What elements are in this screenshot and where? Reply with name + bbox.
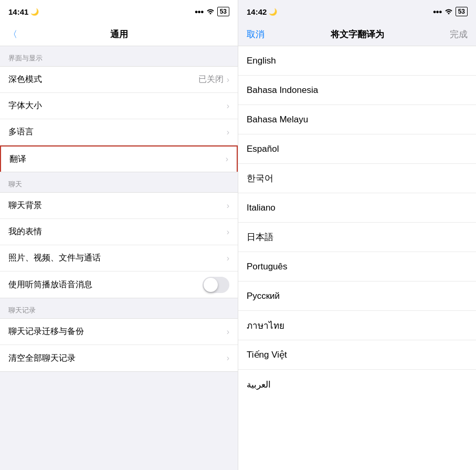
- right-signal-icon: ●●●: [433, 8, 442, 15]
- media-chevron: ›: [227, 254, 229, 263]
- left-status-icons: ●●● 53: [195, 7, 229, 16]
- language-name: Tiếng Việt: [247, 349, 287, 360]
- settings-group-display: 深色模式 已关闭 › 字体大小 › 多语言 › 翻译 ›: [0, 66, 238, 172]
- left-signal-icon: ●●●: [195, 8, 204, 15]
- right-battery-icon: 53: [456, 7, 468, 16]
- right-time: 14:42: [247, 7, 267, 16]
- clear-chevron: ›: [227, 353, 229, 363]
- language-name: English: [247, 56, 276, 66]
- left-moon-icon: 🌙: [30, 8, 39, 16]
- left-nav-title: 通用: [110, 28, 128, 40]
- emoji-chevron: ›: [227, 227, 229, 237]
- earpiece-toggle[interactable]: [203, 277, 229, 293]
- language-item-bahasa-melayu[interactable]: Bahasa Melayu: [238, 105, 476, 134]
- settings-item-emoji[interactable]: 我的表情 ›: [0, 219, 238, 245]
- right-status-bar: 14:42 🌙 ●●● 53: [238, 0, 476, 23]
- chatbg-label: 聊天背景: [8, 200, 227, 211]
- settings-item-darkmode[interactable]: 深色模式 已关闭 ›: [0, 67, 238, 93]
- language-name: العربية: [247, 379, 271, 390]
- section-header-history: 聊天记录: [0, 298, 238, 318]
- done-button[interactable]: 完成: [450, 28, 468, 40]
- language-item-russian[interactable]: Русский: [238, 281, 476, 311]
- settings-item-multilang[interactable]: 多语言 ›: [0, 119, 238, 145]
- language-name: ภาษาไทย: [247, 318, 284, 332]
- language-item-thai[interactable]: ภาษาไทย: [238, 311, 476, 340]
- settings-item-earpiece[interactable]: 使用听筒播放语音消息: [0, 271, 238, 298]
- settings-item-chatbg[interactable]: 聊天背景 ›: [0, 193, 238, 219]
- language-name: Bahasa Indonesia: [247, 85, 318, 96]
- language-item-korean[interactable]: 한국어: [238, 164, 476, 193]
- language-item-portuguese[interactable]: Português: [238, 252, 476, 281]
- left-panel: 14:41 🌙 ●●● 53 〈 通用 界面与显示 深色模式 已关闭 › 字体大…: [0, 0, 238, 470]
- language-name: Español: [247, 144, 279, 154]
- section-header-chat: 聊天: [0, 172, 238, 192]
- darkmode-label: 深色模式: [8, 74, 198, 85]
- language-name: 한국어: [247, 172, 273, 184]
- media-label: 照片、视频、文件与通话: [8, 253, 227, 264]
- section-header-display: 界面与显示: [0, 46, 238, 66]
- multilang-chevron: ›: [227, 128, 229, 137]
- settings-item-clear[interactable]: 清空全部聊天记录 ›: [0, 345, 238, 371]
- left-nav-bar: 〈 通用: [0, 23, 238, 46]
- right-moon-icon: 🌙: [269, 8, 277, 16]
- left-wifi-icon: [206, 8, 215, 16]
- language-item-bahasa-indonesia[interactable]: Bahasa Indonesia: [238, 76, 476, 105]
- settings-item-fontsize[interactable]: 字体大小 ›: [0, 93, 238, 119]
- language-name: Português: [247, 262, 288, 272]
- settings-group-history: 聊天记录迁移与备份 › 清空全部聊天记录 ›: [0, 318, 238, 372]
- language-item-japanese[interactable]: 日本語: [238, 223, 476, 252]
- language-list: English Bahasa Indonesia Bahasa Melayu E…: [238, 46, 476, 470]
- multilang-label: 多语言: [8, 127, 227, 138]
- chatbg-chevron: ›: [227, 201, 229, 211]
- language-item-english[interactable]: English: [238, 46, 476, 76]
- settings-item-migrate[interactable]: 聊天记录迁移与备份 ›: [0, 319, 238, 345]
- left-status-bar: 14:41 🌙 ●●● 53: [0, 0, 238, 23]
- right-nav-bar: 取消 将文字翻译为 完成: [238, 23, 476, 46]
- language-item-arabic[interactable]: العربية: [238, 370, 476, 399]
- cancel-button[interactable]: 取消: [247, 28, 265, 40]
- toggle-thumb: [204, 278, 218, 292]
- language-item-espanol[interactable]: Español: [238, 134, 476, 164]
- right-status-icons: ●●● 53: [433, 7, 468, 16]
- migrate-label: 聊天记录迁移与备份: [8, 326, 227, 337]
- language-name: Italiano: [247, 203, 276, 213]
- language-item-vietnamese[interactable]: Tiếng Việt: [238, 340, 476, 370]
- right-nav-title: 将文字翻译为: [265, 28, 450, 40]
- left-time: 14:41: [8, 7, 28, 16]
- right-wifi-icon: [445, 8, 453, 16]
- language-item-italiano[interactable]: Italiano: [238, 193, 476, 223]
- settings-group-chat: 聊天背景 › 我的表情 › 照片、视频、文件与通话 › 使用听筒播放语音消息: [0, 192, 238, 298]
- settings-item-translate[interactable]: 翻译 ›: [0, 145, 238, 172]
- back-button[interactable]: 〈: [8, 28, 17, 40]
- left-battery-icon: 53: [217, 7, 229, 16]
- settings-item-media[interactable]: 照片、视频、文件与通话 ›: [0, 245, 238, 271]
- darkmode-value: 已关闭: [198, 74, 224, 85]
- right-panel: 14:42 🌙 ●●● 53 取消 将文字翻译为 完成 English Baha…: [238, 0, 476, 470]
- translate-label: 翻译: [9, 154, 226, 165]
- translate-chevron: ›: [226, 154, 228, 164]
- fontsize-label: 字体大小: [8, 100, 227, 111]
- migrate-chevron: ›: [227, 327, 229, 337]
- language-name: Bahasa Melayu: [247, 114, 308, 125]
- language-name: Русский: [247, 291, 280, 301]
- earpiece-label: 使用听筒播放语音消息: [8, 279, 203, 290]
- fontsize-chevron: ›: [227, 101, 229, 111]
- language-name: 日本語: [247, 231, 273, 243]
- darkmode-chevron: ›: [227, 75, 229, 85]
- emoji-label: 我的表情: [8, 226, 227, 237]
- clear-label: 清空全部聊天记录: [8, 353, 227, 364]
